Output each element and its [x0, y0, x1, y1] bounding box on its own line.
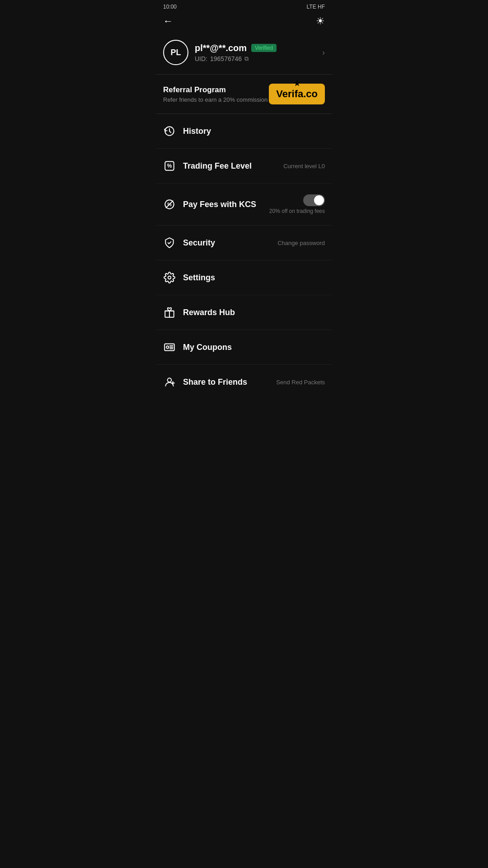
kcs-toggle-area: 20% off on trading fees	[269, 194, 325, 214]
security-right: Change password	[277, 240, 325, 246]
status-bar: 10:00 LTE HF	[156, 0, 332, 12]
pay-fees-label: Pay Fees with KCS	[183, 200, 269, 209]
referral-badge[interactable]: ★ Verifa.co	[269, 84, 325, 104]
profile-section[interactable]: PL pl**@**.com Verified UID: 196576746 ⧉…	[156, 34, 332, 75]
menu-item-settings[interactable]: Settings	[156, 260, 332, 295]
star-icon: ★	[294, 79, 300, 88]
history-icon	[163, 125, 176, 137]
svg-point-10	[168, 378, 172, 382]
security-icon	[163, 236, 176, 249]
top-navigation: ← ☀	[156, 12, 332, 34]
fee-icon: %	[163, 160, 176, 172]
svg-point-6	[168, 276, 171, 279]
uid-label: UID:	[195, 55, 207, 62]
history-label: History	[183, 127, 325, 136]
menu-item-my-coupons[interactable]: My Coupons	[156, 330, 332, 365]
menu-item-trading-fee-level[interactable]: % Trading Fee Level Current level L0	[156, 149, 332, 184]
settings-label: Settings	[183, 273, 325, 283]
share-friends-right: Send Red Packets	[276, 379, 325, 386]
trading-fee-label: Trading Fee Level	[183, 161, 283, 171]
referral-section[interactable]: Referral Program Refer friends to earn a…	[156, 75, 332, 114]
svg-point-9	[166, 346, 169, 348]
menu-item-rewards-hub[interactable]: Rewards Hub	[156, 295, 332, 330]
svg-text:%: %	[167, 163, 172, 169]
back-button[interactable]: ←	[163, 15, 173, 27]
settings-icon	[163, 271, 176, 284]
kcs-discount-text: 20% off on trading fees	[269, 208, 325, 214]
referral-text: Referral Program Refer friends to earn a…	[163, 85, 267, 103]
copy-icon[interactable]: ⧉	[244, 55, 249, 62]
menu-item-security[interactable]: Security Change password	[156, 226, 332, 260]
avatar: PL	[163, 40, 188, 65]
kcs-toggle[interactable]	[303, 194, 325, 206]
time-display: 10:00	[163, 4, 177, 10]
security-label: Security	[183, 238, 277, 248]
menu-list: History % Trading Fee Level Current leve…	[156, 114, 332, 399]
menu-item-pay-fees-kcs[interactable]: % Pay Fees with KCS 20% off on trading f…	[156, 184, 332, 226]
menu-item-share-friends[interactable]: Share to Friends Send Red Packets	[156, 365, 332, 399]
referral-badge-text: Verifa.co	[276, 88, 318, 99]
brightness-icon[interactable]: ☀	[316, 15, 325, 27]
my-coupons-label: My Coupons	[183, 343, 325, 352]
menu-item-history[interactable]: History	[156, 114, 332, 149]
profile-info: pl**@**.com Verified UID: 196576746 ⧉	[195, 43, 322, 62]
signal-display: LTE HF	[307, 4, 325, 10]
kcs-icon: %	[163, 198, 176, 211]
coupons-icon	[163, 341, 176, 354]
referral-title: Referral Program	[163, 85, 267, 94]
profile-email-row: pl**@**.com Verified	[195, 43, 322, 53]
profile-email: pl**@**.com	[195, 43, 247, 53]
referral-description: Refer friends to earn a 20% commission	[163, 96, 267, 103]
chevron-right-icon: ›	[322, 48, 325, 57]
share-icon	[163, 376, 176, 388]
uid-value: 196576746	[210, 55, 242, 62]
rewards-icon	[163, 306, 176, 319]
share-friends-label: Share to Friends	[183, 377, 276, 387]
toggle-knob	[314, 195, 324, 205]
trading-fee-right: Current level L0	[283, 163, 325, 170]
profile-uid-row: UID: 196576746 ⧉	[195, 55, 322, 62]
rewards-hub-label: Rewards Hub	[183, 308, 325, 317]
verified-badge: Verified	[251, 44, 277, 52]
